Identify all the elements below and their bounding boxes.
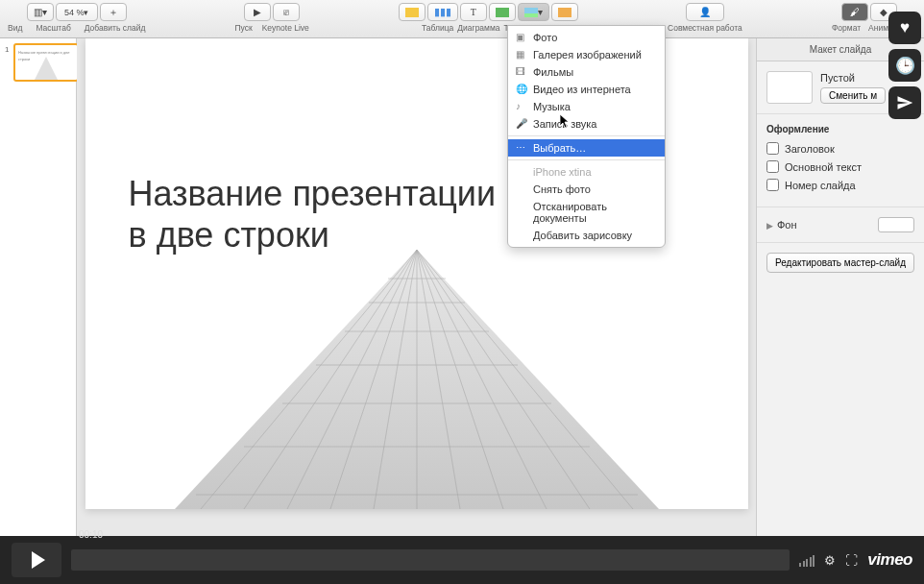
keynote-live-button[interactable]: ⎚: [273, 3, 300, 21]
slide-navigator: 1 Название презентации в две строки: [0, 38, 77, 536]
like-icon[interactable]: ♥: [888, 12, 921, 44]
view-label: Вид: [8, 23, 22, 33]
comment-icon: [558, 8, 571, 17]
edit-master-button[interactable]: Редактировать мастер-слайд: [766, 253, 914, 273]
gallery-icon: ▦: [516, 49, 527, 61]
settings-icon[interactable]: ⚙: [824, 553, 836, 568]
title-line1: Название презентации: [129, 174, 497, 213]
add-slide-label: Добавить слайд: [85, 23, 146, 33]
chart-icon: ▮▮▮: [434, 6, 451, 18]
menu-separator: [508, 159, 665, 160]
checkbox-body[interactable]: Основной текст: [766, 160, 914, 173]
menu-separator: [508, 135, 665, 136]
film-icon: 🎞: [516, 66, 527, 78]
mic-icon: 🎤: [516, 118, 527, 130]
checkbox-title[interactable]: Заголовок: [766, 142, 914, 155]
svg-marker-19: [560, 114, 569, 128]
thumbnail-number: 1: [5, 45, 9, 54]
media-button[interactable]: ▾: [518, 3, 549, 21]
menu-take-photo[interactable]: Снять фото: [508, 181, 665, 198]
chart-label: Диаграмма: [457, 23, 499, 33]
slide-thumbnail[interactable]: Название презентации в две строки: [13, 43, 79, 82]
menu-gallery[interactable]: ▦Галерея изображений: [508, 46, 665, 63]
format-button[interactable]: 🖌: [841, 3, 868, 21]
zoom-selector[interactable]: 54 %▾: [56, 3, 98, 21]
play-video-button[interactable]: [12, 543, 61, 577]
dots-icon: ⋯: [516, 142, 527, 154]
mouse-cursor: [560, 114, 571, 130]
current-time: 00:10: [79, 529, 103, 540]
bg-label: ▶Фон: [766, 219, 797, 231]
collaborate-button[interactable]: 👤: [686, 3, 724, 21]
shape-button[interactable]: [489, 3, 516, 21]
progress-container: 00:10: [71, 543, 790, 577]
collab-label: Совместная работа: [668, 23, 742, 33]
globe-icon: 🌐: [516, 84, 527, 95]
comment-button[interactable]: [551, 3, 578, 21]
toolbar: ▥▾ 54 %▾ ＋ Вид Масштаб Добавить слайд ▶ …: [0, 0, 924, 38]
play-button[interactable]: ▶: [244, 3, 271, 21]
menu-photo[interactable]: ▣Фото: [508, 29, 665, 46]
media-icon: [524, 8, 538, 17]
building-image: [138, 250, 695, 509]
menu-iphone: iPhone xtina: [508, 163, 665, 181]
play-icon: [32, 551, 45, 569]
watch-later-icon[interactable]: 🕒: [888, 49, 921, 82]
disclosure-icon[interactable]: ▶: [766, 221, 773, 231]
appearance-title: Оформление: [766, 124, 914, 134]
zoom-label: Масштаб: [36, 23, 70, 33]
fullscreen-icon[interactable]: ⛶: [845, 553, 858, 568]
content-area: 1 Название презентации в две строки Назв…: [0, 38, 924, 536]
text-icon: T: [471, 7, 476, 17]
master-thumbnail[interactable]: [766, 71, 813, 104]
share-icon[interactable]: [888, 86, 921, 119]
menu-sketch[interactable]: Добавить зарисовку: [508, 227, 665, 244]
video-player-bar: 00:10 ⚙ ⛶ vimeo: [0, 536, 924, 584]
thumbnail-image-icon: [35, 57, 58, 80]
menu-music[interactable]: ♪Музыка: [508, 98, 665, 115]
add-slide-button[interactable]: ＋: [100, 3, 127, 21]
keynote-live-label: Keynote Live: [262, 23, 309, 33]
media-dropdown: ▣Фото ▦Галерея изображений 🎞Фильмы 🌐Виде…: [507, 25, 666, 248]
progress-bar[interactable]: [71, 549, 790, 571]
play-label: Пуск: [234, 23, 252, 33]
slide-title: Название презентации в две строки: [129, 173, 497, 256]
checkbox-number[interactable]: Номер слайда: [766, 179, 914, 191]
menu-audio-record[interactable]: 🎤Запись звука: [508, 115, 665, 133]
shape-icon: [496, 8, 509, 17]
volume-icon[interactable]: [799, 553, 815, 567]
view-button[interactable]: ▥▾: [27, 3, 54, 21]
bg-color-swatch[interactable]: [878, 217, 914, 232]
table-icon: [405, 8, 419, 17]
menu-web-video[interactable]: 🌐Видео из интернета: [508, 81, 665, 98]
photo-icon: ▣: [516, 32, 527, 43]
table-button[interactable]: [399, 3, 426, 21]
music-icon: ♪: [516, 101, 527, 112]
table-label: Таблица: [422, 23, 453, 33]
vimeo-overlay-icons: ♥ 🕒: [888, 12, 921, 119]
menu-movies[interactable]: 🎞Фильмы: [508, 63, 665, 81]
menu-choose[interactable]: ⋯Выбрать…: [508, 139, 665, 157]
chart-button[interactable]: ▮▮▮: [427, 3, 458, 21]
change-master-button[interactable]: Сменить м: [820, 87, 886, 104]
format-label: Формат: [832, 23, 861, 33]
menu-scan[interactable]: Отсканировать документы: [508, 198, 665, 227]
text-button[interactable]: T: [460, 3, 487, 21]
vimeo-logo[interactable]: vimeo: [867, 550, 912, 570]
